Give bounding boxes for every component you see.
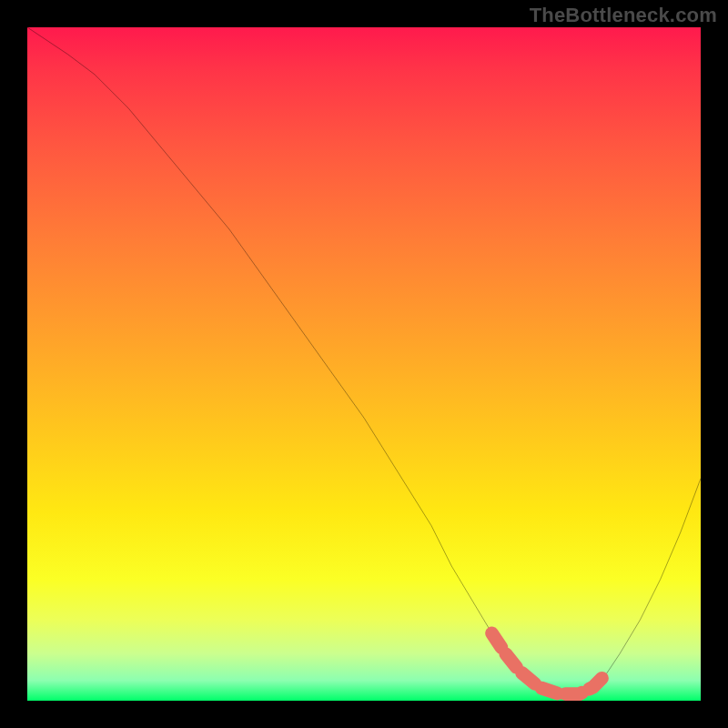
plot-area [27,27,701,701]
chart-svg [27,27,701,701]
chart-frame: TheBottleneck.com [0,0,728,728]
watermark-text: TheBottleneck.com [530,4,717,27]
bottleneck-main-curve [27,27,701,694]
optimum-band-highlight [492,633,607,694]
